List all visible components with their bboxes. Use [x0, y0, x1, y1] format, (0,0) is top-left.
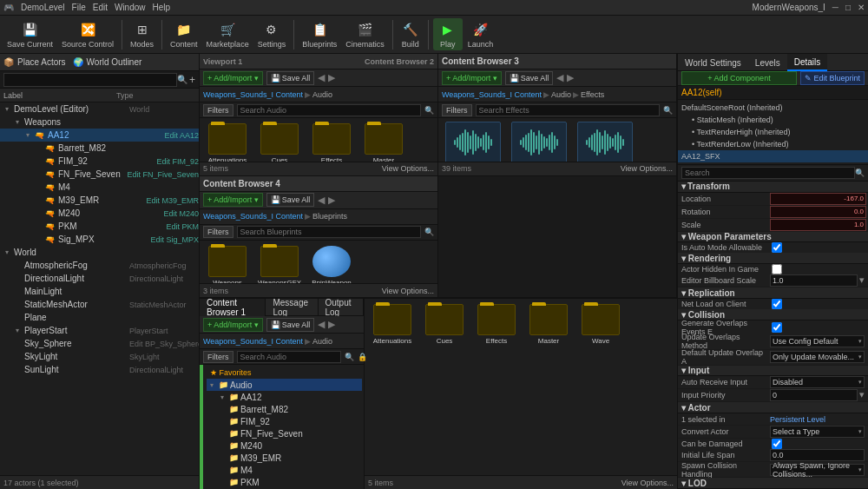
outliner-item[interactable]: ▾PlayerStartPlayerStart: [0, 324, 199, 337]
item-edit-label[interactable]: Edit FN_Five_Seven: [127, 170, 199, 179]
can-be-damaged-checkbox[interactable]: [772, 439, 782, 449]
folder-item[interactable]: Wave: [576, 302, 625, 347]
cb3-bc-root[interactable]: Weapons_Sounds_I Content: [442, 90, 542, 99]
folder-tree-item[interactable]: 📁Barrett_M82: [207, 403, 362, 415]
folder-item[interactable]: Attenuations: [368, 302, 417, 347]
cb4-add-import-button[interactable]: +Add/Import ▾: [203, 193, 263, 207]
modes-button[interactable]: ⊞ Modes: [127, 20, 157, 49]
cb3-bc-audio[interactable]: Audio: [551, 90, 571, 99]
outliner-item[interactable]: Sky_SphereEdit BP_Sky_Sphere: [0, 337, 199, 350]
bottom-filters-button[interactable]: Filters: [203, 351, 233, 363]
auto-receive-dropdown[interactable]: Disabled ▾: [770, 376, 865, 388]
billboard-input[interactable]: [770, 274, 858, 287]
item-edit-label[interactable]: Edit PKM: [166, 222, 199, 231]
cb2-view-options[interactable]: View Options...: [382, 164, 434, 173]
outliner-item[interactable]: 🔫Barrett_M82: [0, 142, 199, 155]
outliner-item[interactable]: ▾DemoLevel (Editor)World: [0, 102, 199, 116]
outliner-item[interactable]: AtmosphericFogAtmosphericFog: [0, 259, 199, 272]
tab-world-settings[interactable]: World Settings: [678, 54, 748, 71]
audio-asset-item[interactable]: Chain_2: [508, 122, 570, 162]
component-item[interactable]: • TextRenderHigh (Inherited): [678, 126, 868, 138]
actor-hidden-checkbox[interactable]: [772, 264, 782, 274]
folder-tree-item[interactable]: ▾📁Audio: [207, 379, 362, 391]
item-edit-label[interactable]: Edit AA12: [164, 131, 199, 140]
weapon-params-section[interactable]: ▾ Weapon Parameters: [678, 232, 868, 243]
nav-back-icon[interactable]: ◀: [318, 72, 325, 83]
folder-tree-item[interactable]: 📁M39_EMR: [207, 452, 362, 464]
add-icon[interactable]: +: [189, 74, 195, 86]
outliner-item[interactable]: 🔫M4: [0, 181, 199, 194]
outliner-item[interactable]: 🔫M39_EMREdit M39_EMR: [0, 194, 199, 207]
menu-edit[interactable]: Edit: [93, 3, 108, 12]
tab-output-log[interactable]: Output Log: [319, 299, 365, 316]
item-edit-label[interactable]: Edit M39_EMR: [146, 196, 199, 205]
cb3-search-input[interactable]: [476, 104, 661, 116]
convert-actor-dropdown[interactable]: Select a Type ▾: [770, 426, 865, 438]
nav-fwd-icon[interactable]: ▶: [328, 72, 335, 83]
update-overlaps-dropdown[interactable]: Use Config Default ▾: [770, 335, 865, 347]
initial-life-input[interactable]: [770, 449, 865, 461]
folder-item[interactable]: Master: [359, 122, 408, 162]
cb3-add-import-button[interactable]: +Add/Import ▾: [442, 71, 502, 85]
cb2-add-import-button[interactable]: + Add/Import ▾: [203, 71, 263, 85]
outliner-item[interactable]: SunLightDirectionalLight: [0, 363, 199, 376]
edit-blueprint-button[interactable]: ✎ Edit Blueprint: [800, 71, 865, 85]
outliner-item[interactable]: 🔫Sig_MPXEdit Sig_MPX: [0, 233, 199, 246]
outliner-item[interactable]: 🔫M240Edit M240: [0, 207, 199, 220]
folder-item[interactable]: Cues: [255, 122, 304, 162]
bottom-view-options[interactable]: View Options...: [621, 479, 674, 487]
folder-item[interactable]: Weapons: [203, 244, 252, 284]
cb3-nav-back[interactable]: ◀: [556, 72, 563, 83]
bottom-search-input[interactable]: [237, 351, 341, 363]
folder-tree-item[interactable]: 📁M4: [207, 464, 362, 476]
transform-section[interactable]: ▾ Transform: [678, 182, 868, 193]
folder-tree-item[interactable]: 📁PKM: [207, 476, 362, 488]
net-load-checkbox[interactable]: [772, 299, 782, 309]
spawn-collision-dropdown[interactable]: Always Spawn, Ignore Collisions... ▾: [770, 464, 865, 476]
save-current-button[interactable]: 💾 Save Current: [3, 20, 56, 49]
launch-button[interactable]: 🚀 Launch: [464, 20, 497, 49]
outliner-item[interactable]: ▾🔫AA12Edit AA12: [0, 129, 199, 142]
outliner-item[interactable]: ▾Weapons: [0, 116, 199, 129]
folder-item[interactable]: WeaponsGFX: [255, 244, 304, 284]
cb3-nav-fwd[interactable]: ▶: [567, 72, 574, 83]
tab-details[interactable]: Details: [787, 54, 828, 71]
lod-section[interactable]: ▾ LOD: [678, 478, 868, 489]
bottom-save-all-button[interactable]: 💾Save All: [266, 318, 315, 332]
input-priority-input[interactable]: [770, 389, 858, 401]
bottom-add-import-button[interactable]: +Add/Import ▾: [203, 318, 263, 332]
blueprint-asset-item[interactable]: BpinWeapon: [307, 244, 356, 284]
input-priority-arrow[interactable]: ▾: [859, 389, 865, 401]
item-edit-label[interactable]: Edit M240: [163, 209, 199, 218]
bottom-bc-audio[interactable]: Audio: [312, 337, 332, 346]
cb2-search-input[interactable]: [237, 104, 422, 116]
cb4-bc-root[interactable]: Weapons_Sounds_I Content: [203, 212, 303, 221]
outliner-item[interactable]: MainLight: [0, 285, 199, 298]
outliner-item[interactable]: DirectionalLightDirectionalLight: [0, 272, 199, 285]
menu-file[interactable]: File: [72, 3, 86, 12]
favorites-header[interactable]: ★ Favorites: [207, 367, 362, 379]
rotation-x-input[interactable]: [770, 206, 866, 218]
outliner-item[interactable]: 🔫PKMEdit PKM: [0, 220, 199, 233]
world-outliner-label[interactable]: World Outliner: [87, 57, 142, 67]
outliner-item[interactable]: SkyLightSkyLight: [0, 350, 199, 363]
audio-asset-item[interactable]: Chain_1: [442, 122, 504, 162]
cb3-filters-button[interactable]: Filters: [442, 104, 472, 116]
component-item[interactable]: • StaticMesh (Inherited): [678, 114, 868, 126]
outliner-search-input[interactable]: [3, 73, 177, 87]
place-actors-label[interactable]: Place Actors: [17, 57, 66, 67]
component-item[interactable]: DefaultSceneRoot (Inherited): [678, 102, 868, 114]
location-x-input[interactable]: [770, 193, 866, 205]
folder-item[interactable]: Effects: [472, 302, 521, 347]
scale-x-input[interactable]: [770, 219, 866, 231]
cb2-filters-button[interactable]: Filters: [203, 104, 233, 116]
outliner-item[interactable]: 🔫FIM_92Edit FIM_92: [0, 155, 199, 168]
minimize-icon[interactable]: ─: [832, 3, 838, 12]
outliner-item[interactable]: 🔫FN_Five_SevenEdit FN_Five_Seven: [0, 168, 199, 181]
maximize-icon[interactable]: □: [845, 3, 851, 12]
cb2-save-all-button[interactable]: 💾 Save All: [266, 71, 315, 85]
close-icon[interactable]: ✕: [858, 3, 865, 12]
play-button[interactable]: ▶ Play: [433, 18, 463, 50]
folder-tree-item[interactable]: 📁M240: [207, 439, 362, 452]
source-control-button[interactable]: 🔀 Source Control: [58, 20, 117, 49]
